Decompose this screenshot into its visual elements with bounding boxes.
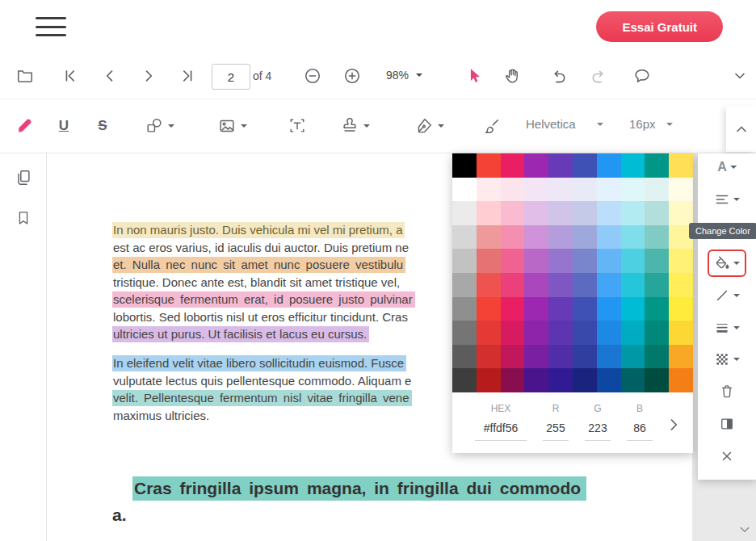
image-dropdown[interactable]: [216, 114, 249, 138]
bookmark-icon[interactable]: [12, 207, 35, 229]
color-swatch[interactable]: [524, 249, 548, 273]
brush-icon[interactable]: [480, 114, 504, 138]
color-swatch[interactable]: [477, 368, 501, 392]
blue-field[interactable]: B 86: [627, 403, 653, 441]
color-swatch[interactable]: [524, 368, 548, 392]
color-swatch[interactable]: [621, 273, 645, 297]
color-swatch[interactable]: [477, 297, 501, 321]
color-swatch[interactable]: [597, 297, 621, 321]
color-swatch[interactable]: [452, 368, 477, 392]
color-swatch[interactable]: [452, 345, 477, 369]
page-number-input[interactable]: [212, 64, 250, 90]
color-swatch[interactable]: [573, 225, 597, 250]
color-swatch[interactable]: [501, 225, 525, 250]
color-swatch[interactable]: [645, 201, 669, 225]
color-swatch[interactable]: [524, 153, 548, 178]
hand-icon[interactable]: [501, 64, 525, 88]
color-swatch[interactable]: [621, 249, 645, 273]
color-swatch[interactable]: [645, 153, 669, 178]
color-swatch[interactable]: [452, 225, 477, 250]
color-swatch[interactable]: [477, 201, 501, 225]
color-swatch[interactable]: [669, 201, 693, 225]
green-field[interactable]: G 223: [585, 403, 611, 441]
color-swatch[interactable]: [573, 297, 597, 321]
color-swatch[interactable]: [524, 225, 548, 250]
color-swatch[interactable]: [645, 321, 669, 345]
color-swatch[interactable]: [452, 178, 477, 202]
next-page-icon[interactable]: [136, 64, 161, 88]
open-file-icon[interactable]: [13, 64, 37, 88]
color-swatch[interactable]: [548, 345, 573, 369]
color-swatch[interactable]: [548, 178, 573, 202]
color-swatch[interactable]: [477, 225, 501, 250]
color-swatch[interactable]: [573, 249, 597, 273]
color-swatch[interactable]: [597, 273, 621, 297]
color-swatch[interactable]: [477, 273, 501, 297]
zoom-out-icon[interactable]: [300, 64, 325, 88]
color-swatch[interactable]: [524, 345, 548, 369]
color-swatch[interactable]: [573, 273, 597, 297]
color-swatch[interactable]: [621, 368, 645, 392]
fill-color-button[interactable]: [708, 250, 746, 277]
green-value[interactable]: 223: [585, 421, 611, 441]
color-swatch[interactable]: [573, 178, 597, 202]
font-size-dropdown[interactable]: 16px: [629, 117, 673, 131]
color-swatch[interactable]: [524, 273, 548, 297]
zoom-level-dropdown[interactable]: 98%: [386, 69, 422, 82]
color-swatch[interactable]: [621, 297, 645, 321]
color-swatch[interactable]: [621, 225, 645, 250]
color-swatch[interactable]: [477, 178, 501, 202]
color-swatch[interactable]: [573, 153, 597, 178]
copy-pages-icon[interactable]: [12, 166, 35, 189]
collapse-toolbar-button[interactable]: [726, 106, 756, 152]
color-swatch[interactable]: [477, 153, 501, 178]
color-swatch[interactable]: [573, 345, 597, 369]
color-swatch[interactable]: [597, 225, 621, 250]
opacity-button[interactable]: [714, 348, 740, 371]
color-swatch[interactable]: [501, 249, 525, 273]
color-swatch[interactable]: [452, 153, 477, 178]
color-swatch[interactable]: [501, 345, 525, 369]
red-field[interactable]: R 255: [543, 403, 569, 441]
contrast-button[interactable]: [719, 413, 735, 435]
color-swatch[interactable]: [597, 153, 621, 178]
color-swatch[interactable]: [621, 201, 645, 225]
color-swatch[interactable]: [669, 249, 693, 273]
color-swatch[interactable]: [524, 178, 548, 202]
color-swatch[interactable]: [501, 273, 525, 297]
color-swatch[interactable]: [524, 201, 548, 225]
color-swatch[interactable]: [548, 201, 573, 225]
color-swatch[interactable]: [597, 178, 621, 202]
color-swatch[interactable]: [548, 249, 573, 273]
undo-icon[interactable]: [546, 64, 570, 88]
color-swatch[interactable]: [548, 297, 573, 321]
color-swatch[interactable]: [645, 273, 669, 297]
close-panel-button[interactable]: [720, 445, 734, 468]
scroll-down-chevron-icon[interactable]: [736, 521, 754, 539]
color-swatch[interactable]: [573, 321, 597, 345]
stamp-dropdown[interactable]: [339, 114, 372, 138]
color-swatch[interactable]: [477, 249, 501, 273]
color-swatch[interactable]: [501, 297, 525, 321]
strikethrough-icon[interactable]: S: [90, 114, 115, 138]
color-swatch[interactable]: [645, 225, 669, 250]
prev-page-icon[interactable]: [98, 64, 122, 88]
color-swatch[interactable]: [524, 297, 548, 321]
color-swatch[interactable]: [669, 178, 693, 202]
hex-value[interactable]: #ffdf56: [475, 421, 527, 441]
color-swatch[interactable]: [645, 368, 669, 392]
hamburger-icon[interactable]: [36, 17, 66, 36]
color-swatch[interactable]: [452, 321, 477, 345]
color-swatch[interactable]: [573, 201, 597, 225]
shapes-dropdown[interactable]: [144, 114, 176, 138]
line-color-button[interactable]: [714, 284, 740, 307]
free-trial-button[interactable]: Essai Gratuit: [596, 11, 723, 42]
color-swatch[interactable]: [501, 201, 525, 225]
blue-value[interactable]: 86: [627, 421, 653, 441]
color-swatch[interactable]: [501, 153, 525, 178]
redo-icon[interactable]: [586, 64, 611, 88]
color-swatch[interactable]: [621, 321, 645, 345]
color-swatch[interactable]: [645, 297, 669, 321]
color-swatch[interactable]: [548, 225, 573, 250]
color-swatch[interactable]: [452, 249, 477, 273]
